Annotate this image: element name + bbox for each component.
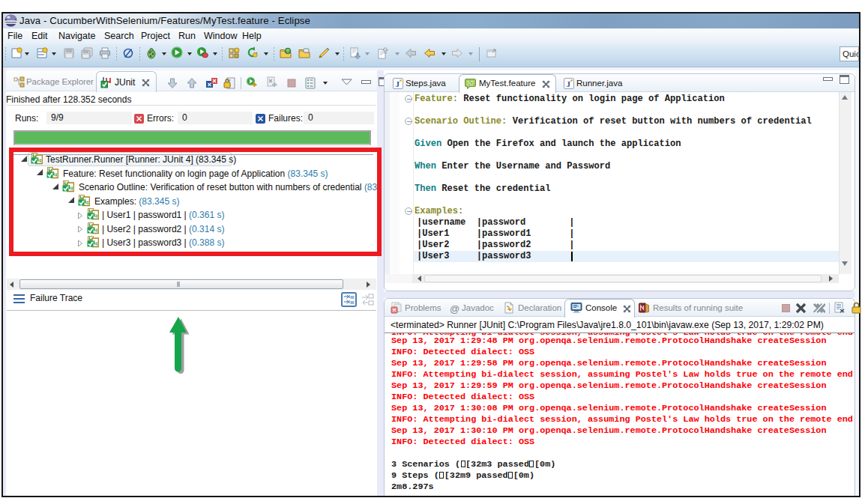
svg-text:J: J: [396, 79, 400, 88]
svg-text:J: J: [567, 79, 571, 88]
